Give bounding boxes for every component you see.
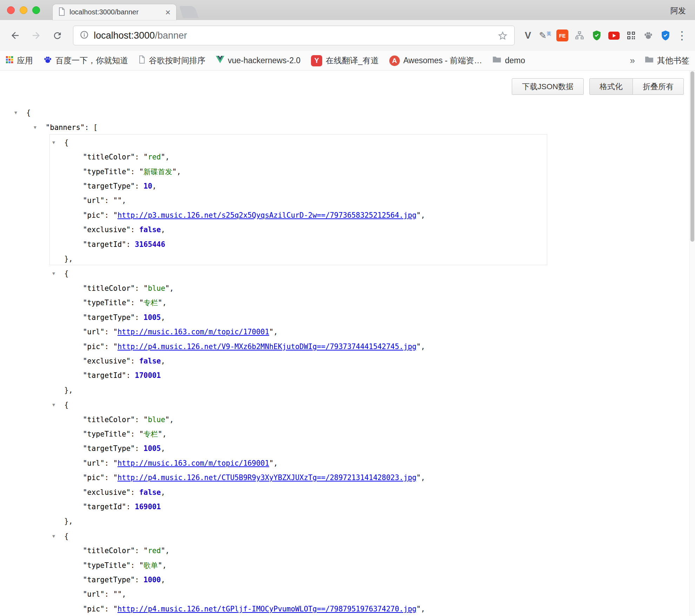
- blue-shield-extension-icon[interactable]: [658, 28, 673, 42]
- bookmark-star-icon[interactable]: [497, 30, 508, 41]
- json-link[interactable]: http://p4.music.126.net/CTU5B9R9y3XyYBZX…: [118, 473, 417, 482]
- json-link[interactable]: http://p3.music.126.net/s25q2x5QyqsAzilC…: [118, 211, 417, 219]
- reload-button[interactable]: [48, 26, 67, 45]
- json-object: ▼{"titleColor": "red","typeTitle": "歌单",…: [0, 529, 695, 616]
- collapse-arrow-icon[interactable]: ▼: [52, 398, 64, 412]
- vue-logo-icon: [216, 56, 224, 65]
- json-line: "targetId": 170001: [0, 368, 695, 383]
- json-actions: 下载JSON数据 格式化 折叠所有: [512, 78, 684, 95]
- json-link[interactable]: http://music.163.com/m/topic/170001: [118, 328, 269, 336]
- bookmarks-overflow-chevron[interactable]: »: [630, 55, 635, 66]
- json-boolean: false: [139, 488, 161, 497]
- json-number: 1005: [144, 444, 161, 453]
- json-line: "typeTitle": "歌单",: [0, 558, 695, 573]
- baidu-paw-icon: [44, 55, 52, 66]
- json-line: "pic": "http://p3.music.126.net/s25q2x5Q…: [0, 208, 695, 223]
- youdao-icon: Y: [311, 55, 322, 66]
- json-string: 专栏: [144, 430, 158, 438]
- json-line: "typeTitle": "新碟首发",: [0, 165, 695, 179]
- bookmark-item-baidu[interactable]: 百度一下，你就知道: [44, 55, 128, 66]
- youtube-extension-icon[interactable]: [607, 28, 621, 42]
- json-line: "exclusive": false,: [0, 223, 695, 237]
- browser-toolbar: localhost:3000/banner V ✎英 FE ⋮: [0, 20, 695, 51]
- json-string: 专栏: [144, 299, 158, 307]
- json-number: 169001: [135, 503, 161, 511]
- bookmark-item-apps[interactable]: 应用: [6, 55, 33, 66]
- collapse-arrow-icon[interactable]: ▼: [52, 135, 64, 150]
- folder-icon: [645, 56, 654, 65]
- json-string: 新碟首发: [144, 168, 172, 176]
- json-line: "pic": "http://p4.music.126.net/tGPljf-I…: [0, 602, 695, 616]
- json-line: "pic": "http://p4.music.126.net/CTU5B9R9…: [0, 471, 695, 485]
- browser-menu-button[interactable]: ⋮: [675, 29, 689, 42]
- zoom-window-button[interactable]: [32, 6, 40, 14]
- collapse-arrow-icon[interactable]: ▼: [34, 120, 46, 135]
- translate-extension-icon[interactable]: ✎英: [538, 28, 552, 42]
- bookmark-item-youdao[interactable]: Y 在线翻译_有道: [311, 55, 379, 66]
- json-line: "url": "",: [0, 194, 695, 208]
- bookmark-label: vue-hackernews-2.0: [228, 56, 300, 65]
- address-bar[interactable]: localhost:3000/banner: [73, 26, 515, 45]
- page-favicon-icon: [58, 7, 65, 17]
- bookmark-item-demo[interactable]: demo: [492, 56, 525, 65]
- collapse-arrow-icon[interactable]: ▼: [14, 105, 26, 120]
- json-boolean: false: [139, 357, 161, 365]
- collapse-arrow-icon[interactable]: ▼: [52, 529, 64, 543]
- format-button[interactable]: 格式化: [589, 78, 633, 95]
- json-line: "url": "http://music.163.com/m/topic/169…: [0, 456, 695, 471]
- bookmark-item-vue-hackernews[interactable]: vue-hackernews-2.0: [216, 56, 300, 65]
- page-content: 下载JSON数据 格式化 折叠所有 ▼{▼"banners": [▼{"titl…: [0, 71, 695, 616]
- json-string: blue: [148, 284, 165, 293]
- json-line: ▼{: [0, 135, 695, 150]
- json-link[interactable]: http://p4.music.126.net/tGPljf-IMOCyPvum…: [118, 605, 417, 613]
- page-info-icon[interactable]: [80, 30, 89, 41]
- fe-extension-icon[interactable]: FE: [555, 28, 569, 42]
- json-line: "titleColor": "blue",: [0, 413, 695, 427]
- scrollbar-thumb[interactable]: [690, 71, 694, 242]
- paw-extension-icon[interactable]: [641, 28, 655, 42]
- back-button[interactable]: [6, 26, 25, 45]
- json-line: "titleColor": "red",: [0, 150, 695, 164]
- json-line: "pic": "http://p4.music.126.net/V9-MXz6b…: [0, 340, 695, 354]
- json-line: ▼{: [0, 529, 695, 544]
- profile-name[interactable]: 阿发: [670, 6, 686, 16]
- json-link[interactable]: http://music.163.com/m/topic/169001: [118, 459, 269, 467]
- browser-tab[interactable]: localhost:3000/banner ×: [53, 4, 176, 20]
- json-line: "titleColor": "red",: [0, 544, 695, 558]
- folder-icon: [492, 56, 501, 65]
- close-window-button[interactable]: [7, 6, 15, 14]
- window-controls: [7, 6, 40, 14]
- qrcode-extension-icon[interactable]: [624, 28, 638, 42]
- download-json-button[interactable]: 下载JSON数据: [512, 78, 584, 95]
- collapse-all-button[interactable]: 折叠所有: [633, 78, 684, 95]
- json-line: "targetType": 1005,: [0, 441, 695, 456]
- page-icon: [139, 55, 145, 66]
- json-line: ▼{: [0, 398, 695, 412]
- url-text[interactable]: localhost:3000/banner: [94, 30, 187, 41]
- minimize-window-button[interactable]: [20, 6, 27, 14]
- tab-close-icon[interactable]: ×: [165, 8, 171, 17]
- bookmark-label: 在线翻译_有道: [326, 55, 379, 66]
- json-boolean: false: [139, 225, 161, 234]
- v-extension-icon[interactable]: V: [521, 28, 535, 42]
- url-path: /banner: [155, 30, 187, 41]
- json-line: "typeTitle": "专栏",: [0, 427, 695, 441]
- json-line: "exclusive": false,: [0, 354, 695, 368]
- json-line: ▼{: [0, 105, 695, 120]
- forward-button[interactable]: [27, 26, 46, 45]
- other-bookmarks-folder[interactable]: 其他书签: [645, 55, 689, 66]
- json-line: },: [0, 383, 695, 398]
- other-bookmarks-label: 其他书签: [657, 55, 689, 66]
- bookmark-item-awesomes[interactable]: A Awesomes - 前端资…: [389, 55, 482, 66]
- json-line: "exclusive": false,: [0, 485, 695, 500]
- json-line: },: [0, 252, 695, 266]
- new-tab-button[interactable]: [179, 6, 198, 18]
- bookmark-item-google-sort[interactable]: 谷歌按时间排序: [139, 55, 205, 66]
- json-link[interactable]: http://p4.music.126.net/V9-MXz6b2MNhEKju…: [118, 342, 417, 351]
- vertical-scrollbar[interactable]: [689, 71, 695, 616]
- json-line: "targetId": 169001: [0, 500, 695, 514]
- collapse-arrow-icon[interactable]: ▼: [52, 266, 64, 281]
- json-tree: ▼{▼"banners": [▼{"titleColor": "red","ty…: [0, 71, 695, 616]
- green-shield-extension-icon[interactable]: [590, 28, 604, 42]
- org-chart-extension-icon[interactable]: [572, 28, 587, 42]
